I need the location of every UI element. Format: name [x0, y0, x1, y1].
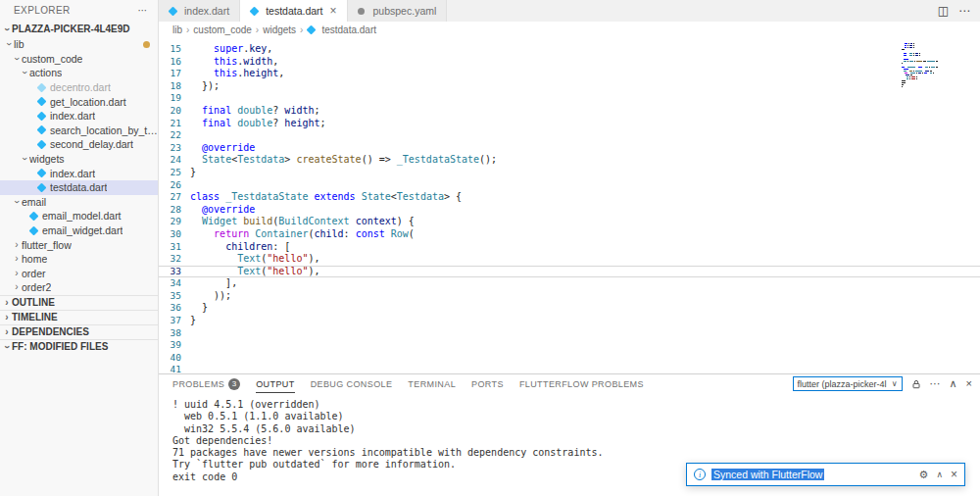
line-number: 40 — [159, 352, 190, 365]
panel-tab-ports[interactable]: PORTS — [471, 374, 504, 393]
notification-settings-icon[interactable]: ⚙ — [919, 470, 929, 480]
tree-item-label: email_model.dart — [42, 210, 122, 222]
code-line[interactable]: 18 }); — [159, 80, 980, 93]
tree-folder-order[interactable]: ›order — [0, 267, 158, 281]
close-notification-icon[interactable]: × — [951, 469, 957, 480]
code-line[interactable]: 39 — [159, 339, 980, 352]
line-number: 21 — [159, 118, 190, 130]
code-line[interactable]: 23 @override — [159, 142, 980, 155]
maximize-panel-icon[interactable]: ∧ — [950, 378, 957, 389]
sidebar-section-dependencies[interactable]: ›DEPENDENCIES — [0, 324, 158, 339]
minimap[interactable] — [902, 43, 956, 96]
code-line[interactable]: 32 Text("hello"), — [159, 253, 980, 266]
breadcrumb-item-lib[interactable]: lib — [172, 25, 182, 35]
tab-pubspec-yaml[interactable]: pubspec.yaml — [348, 0, 448, 22]
code-line[interactable]: 15 super.key, — [159, 43, 980, 56]
code-line[interactable]: 27class _TestdataState extends State<Tes… — [159, 191, 980, 204]
panel-more-icon[interactable]: ⋯ — [930, 378, 941, 389]
breadcrumb-separator: › — [186, 25, 189, 35]
code-line[interactable]: 16 this.width, — [159, 56, 980, 69]
tree-item-label: order2 — [22, 281, 51, 293]
line-number: 19 — [159, 92, 190, 105]
sidebar-section-timeline[interactable]: ›TIMELINE — [0, 310, 158, 324]
output-channel-dropdown[interactable]: flutter (plazza-picker-4l ∨ — [793, 376, 903, 391]
tree-file-search-location-by-text-dart[interactable]: search_location_by_text.dart — [0, 124, 158, 138]
tree-file-testdata-dart[interactable]: testdata.dart — [0, 180, 158, 195]
code-line[interactable]: 41 — [159, 364, 980, 373]
notification-toast[interactable]: i Synced with FlutterFlow ⚙ ∧ × — [686, 463, 965, 486]
tree-file-index-dart[interactable]: index.dart — [0, 109, 158, 124]
line-number: 23 — [159, 142, 190, 155]
line-number: 16 — [159, 56, 190, 69]
tree-file-email-model-dart[interactable]: email_model.dart — [0, 209, 158, 223]
panel-tab-label: PORTS — [471, 379, 504, 389]
tree-folder-widgets[interactable]: ›widgets — [0, 152, 158, 167]
code-line[interactable]: 28 @override — [159, 204, 980, 217]
tree-folder-order2[interactable]: ›order2 — [0, 280, 158, 295]
project-root-folder[interactable]: › PLAZZA-PICKER-4L4E9D — [0, 21, 158, 37]
tree-item-label: get_location.dart — [50, 96, 126, 108]
code-line[interactable]: 38 — [159, 327, 980, 340]
tree-folder-lib[interactable]: ›lib — [0, 37, 158, 52]
tree-folder-actions[interactable]: ›actions — [0, 66, 158, 80]
code-line[interactable]: 20 final double? width; — [159, 105, 980, 118]
lock-scroll-icon[interactable] — [911, 379, 921, 389]
breadcrumb-item-testdata-dart[interactable]: testdata.dart — [321, 25, 376, 35]
tab-testdata-dart[interactable]: testdata.dart× — [240, 0, 347, 22]
code-line[interactable]: 22 — [159, 129, 980, 142]
dart-file-icon — [37, 83, 46, 92]
code-line[interactable]: 35 )); — [159, 290, 980, 303]
close-panel-icon[interactable]: × — [966, 378, 972, 389]
code-line[interactable]: 29 Widget build(BuildContext context) { — [159, 216, 980, 228]
tree-file-get-location-dart[interactable]: get_location.dart — [0, 94, 158, 109]
code-line[interactable]: 37} — [159, 315, 980, 327]
tree-file-decentro-dart[interactable]: decentro.dart — [0, 80, 158, 95]
modified-dot — [143, 41, 150, 48]
panel-tab-flutterflow-problems[interactable]: FLUTTERFLOW PROBLEMS — [519, 374, 644, 393]
line-number: 17 — [159, 68, 190, 80]
tree-folder-custom-code[interactable]: ›custom_code — [0, 52, 158, 67]
code-line[interactable]: 33 Text("hello"), — [159, 266, 980, 278]
code-text: super.key, — [190, 43, 272, 56]
code-text: ], — [190, 277, 237, 290]
editor-more-icon[interactable]: ⋯ — [958, 5, 970, 17]
panel-tab-problems[interactable]: PROBLEMS3 — [172, 374, 240, 393]
sidebar-section-ff-modified-files[interactable]: ›FF: MODIFIED FILES — [0, 339, 158, 354]
panel-tab-terminal[interactable]: TERMINAL — [408, 374, 456, 393]
tree-file-email-widget-dart[interactable]: email_widget.dart — [0, 223, 158, 238]
code-line[interactable]: 21 final double? height; — [159, 118, 980, 130]
tree-file-index-dart[interactable]: index.dart — [0, 166, 158, 180]
code-line[interactable]: 24 State<Testdata> createState() => _Tes… — [159, 154, 980, 167]
split-editor-icon[interactable]: ◫ — [938, 5, 949, 17]
sidebar-section-outline[interactable]: ›OUTLINE — [0, 295, 158, 310]
code-line[interactable]: 26 — [159, 179, 980, 192]
dart-file-icon — [250, 7, 259, 16]
panel-tab-label: OUTPUT — [256, 379, 294, 389]
code-line[interactable]: 34 ], — [159, 277, 980, 290]
output-line: win32 5.5.4 (5.6.0 available) — [172, 423, 980, 435]
code-text: Widget build(BuildContext context) { — [190, 216, 415, 228]
code-line[interactable]: 19 — [159, 92, 980, 105]
code-line[interactable]: 30 return Container(child: const Row( — [159, 228, 980, 241]
line-number: 34 — [159, 277, 190, 290]
code-line[interactable]: 36 } — [159, 302, 980, 315]
code-editor[interactable]: 15 super.key,16 this.width,17 this.heigh… — [159, 37, 980, 373]
code-line[interactable]: 25} — [159, 167, 980, 179]
breadcrumb-item-custom-code[interactable]: custom_code — [193, 25, 251, 35]
code-line[interactable]: 31 children: [ — [159, 241, 980, 254]
tree-folder-home[interactable]: ›home — [0, 252, 158, 267]
panel-tab-debug-console[interactable]: DEBUG CONSOLE — [311, 374, 393, 393]
tree-file-second-delay-dart[interactable]: second_delay.dart — [0, 137, 158, 152]
close-tab-icon[interactable]: × — [330, 5, 337, 17]
code-line[interactable]: 40 — [159, 352, 980, 365]
breadcrumb-item-widgets[interactable]: widgets — [263, 25, 296, 35]
chevron-right-icon: › — [12, 240, 22, 250]
tree-folder-flutter-flow[interactable]: ›flutter_flow — [0, 237, 158, 252]
tab-index-dart[interactable]: index.dart — [159, 0, 240, 22]
code-line[interactable]: 17 this.height, — [159, 68, 980, 80]
tree-folder-email[interactable]: ›email — [0, 195, 158, 210]
tree-item-label: index.dart — [50, 110, 95, 122]
collapse-notification-icon[interactable]: ∧ — [936, 471, 943, 479]
explorer-more-icon[interactable]: ⋯ — [138, 5, 148, 16]
panel-tab-output[interactable]: OUTPUT — [256, 374, 294, 393]
